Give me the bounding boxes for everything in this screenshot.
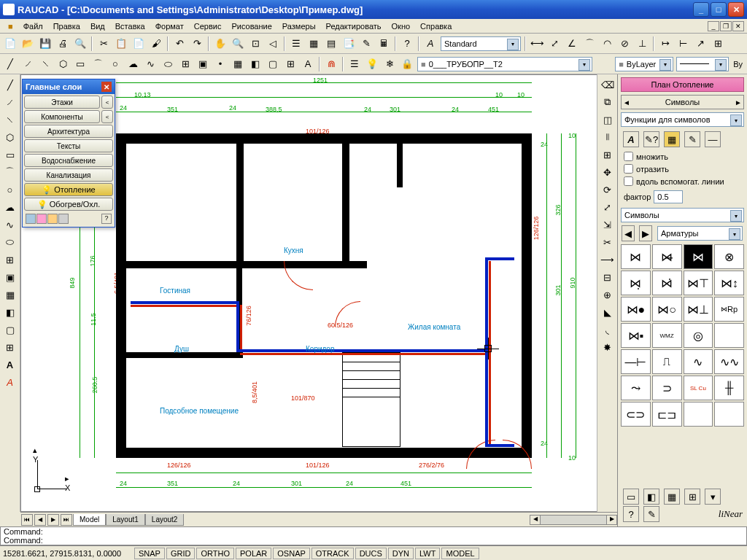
copy-obj-icon[interactable]: ⧉ bbox=[600, 94, 616, 110]
gradient-tool-icon[interactable]: ◧ bbox=[2, 304, 18, 320]
tab-first[interactable]: ⏮ bbox=[21, 514, 33, 526]
rp-btn1[interactable]: ▭ bbox=[623, 489, 639, 505]
tool-palettes-icon[interactable]: ▤ bbox=[323, 36, 339, 52]
command-line[interactable]: Command: Command: bbox=[0, 526, 747, 545]
dyn-toggle[interactable]: DYN bbox=[388, 548, 414, 559]
plan-heading[interactable]: План Отопление bbox=[621, 77, 744, 92]
symbol-valve11[interactable]: ⋈⊥ bbox=[684, 297, 713, 322]
layer-sewer[interactable]: Канализация bbox=[24, 168, 113, 182]
revcloud-icon[interactable]: ☁ bbox=[125, 56, 141, 72]
dim-aligned-icon[interactable]: ⤢ bbox=[546, 36, 562, 52]
layer-architecture[interactable]: Архитектура bbox=[24, 125, 113, 138]
rp-btn7[interactable]: ✎ bbox=[643, 506, 659, 522]
rp-btn4[interactable]: ⊞ bbox=[684, 489, 700, 505]
snap-toggle[interactable]: SNAP bbox=[134, 548, 165, 559]
zoom-prev-icon[interactable]: ◁ bbox=[265, 36, 281, 52]
symbol-valve8[interactable]: ⋈↕ bbox=[714, 271, 744, 295]
dim-linear-icon[interactable]: ⟷ bbox=[529, 36, 545, 52]
pline-icon[interactable]: ⟍ bbox=[37, 56, 53, 72]
menu-insert[interactable]: Вставка bbox=[110, 20, 150, 32]
hscrollbar[interactable]: ◀ ▶ bbox=[530, 515, 617, 525]
magnet-icon[interactable]: ⋒ bbox=[323, 56, 339, 72]
layer-combo[interactable]: ■0___ТРУБОПР__Т2 bbox=[417, 57, 592, 71]
markup-icon[interactable]: ✎ bbox=[358, 36, 374, 52]
layer-on-icon[interactable]: 💡 bbox=[364, 56, 380, 72]
doc-minimize[interactable]: _ bbox=[708, 21, 719, 31]
polygon-icon[interactable]: ⬡ bbox=[55, 56, 71, 72]
menu-view[interactable]: Вид bbox=[85, 20, 110, 32]
tab-model[interactable]: Model bbox=[73, 514, 106, 526]
tab-prev[interactable]: ◀ bbox=[34, 514, 46, 526]
minimize-button[interactable]: _ bbox=[693, 2, 709, 17]
break-icon[interactable]: ⊟ bbox=[600, 269, 616, 285]
model-toggle[interactable]: MODEL bbox=[441, 548, 479, 559]
rp-btn3[interactable]: ▦ bbox=[664, 489, 680, 505]
layer-freeze-icon[interactable]: ❄ bbox=[382, 56, 398, 72]
menu-modify[interactable]: Редактировать bbox=[321, 20, 387, 32]
palette-close-icon[interactable]: ✕ bbox=[101, 82, 112, 92]
spline-tool-icon[interactable]: ∿ bbox=[2, 217, 18, 233]
cat-prev[interactable]: ◀ bbox=[622, 225, 635, 241]
doc-close[interactable]: ✕ bbox=[732, 21, 744, 31]
symbol-blank1[interactable] bbox=[714, 323, 744, 348]
open-icon[interactable]: 📂 bbox=[20, 36, 36, 52]
symbol-wave2[interactable]: ∿∿ bbox=[714, 349, 744, 374]
save-icon[interactable]: 💾 bbox=[37, 36, 53, 52]
insert-icon[interactable]: ⊞ bbox=[177, 56, 193, 72]
dim-arc-icon[interactable]: ⌒ bbox=[581, 36, 597, 52]
zoom-rt-icon[interactable]: 🔍 bbox=[230, 36, 246, 52]
match-icon[interactable]: 🖌 bbox=[148, 36, 164, 52]
line-tool-icon[interactable]: ╱ bbox=[2, 77, 18, 93]
xline-icon[interactable]: ⟋ bbox=[20, 56, 36, 72]
symbol-slcu[interactable]: SL Cu bbox=[684, 376, 713, 400]
symbol-valve7[interactable]: ⋈⊤ bbox=[684, 271, 713, 295]
cut-icon[interactable]: ✂ bbox=[96, 36, 112, 52]
menu-draw[interactable]: Рисование bbox=[226, 20, 276, 32]
linetype-combo[interactable] bbox=[676, 57, 729, 71]
print-icon[interactable]: 🖨 bbox=[55, 36, 71, 52]
mirror-checkbox[interactable]: отразить bbox=[624, 164, 741, 174]
block-tool-icon[interactable]: ▣ bbox=[2, 269, 18, 285]
lwt-toggle[interactable]: LWT bbox=[415, 548, 440, 559]
explode-icon[interactable]: ✸ bbox=[600, 339, 616, 355]
trim-icon[interactable]: ✂ bbox=[600, 234, 616, 250]
help-icon[interactable]: ? bbox=[399, 36, 415, 52]
hatch-icon[interactable]: ▦ bbox=[230, 56, 246, 72]
mtext-icon[interactable]: A bbox=[300, 56, 316, 72]
rect-tool-icon[interactable]: ▭ bbox=[2, 147, 18, 163]
tab-layout2[interactable]: Layout2 bbox=[145, 514, 185, 526]
redo-icon[interactable]: ↷ bbox=[189, 36, 205, 52]
tolerance-icon[interactable]: ⊞ bbox=[710, 36, 726, 52]
menu-help[interactable]: Справка bbox=[415, 20, 457, 32]
paste-icon[interactable]: 📄 bbox=[131, 36, 147, 52]
rp-btn6[interactable]: ? bbox=[623, 506, 639, 522]
close-button[interactable]: ✕ bbox=[728, 2, 744, 17]
symbol-valve12[interactable]: ⋈Rp bbox=[714, 297, 744, 322]
symbol-valve3[interactable]: ⋈ bbox=[684, 244, 713, 269]
symbol-blank3[interactable]: ⊏⊐ bbox=[652, 402, 682, 427]
functions-combo[interactable]: Функции для символов bbox=[621, 112, 744, 127]
dim-continue-icon[interactable]: ↦ bbox=[657, 36, 673, 52]
array-icon[interactable]: ⊞ bbox=[600, 147, 616, 163]
symbol-wave[interactable]: ∿ bbox=[684, 349, 713, 374]
dim-diameter-icon[interactable]: ⊘ bbox=[616, 36, 632, 52]
alongline-checkbox[interactable]: вдоль вспомогат. линии bbox=[624, 176, 741, 186]
polygon-tool-icon[interactable]: ⬡ bbox=[2, 129, 18, 145]
mtext-tool2-icon[interactable]: A bbox=[2, 374, 18, 390]
offset-icon[interactable]: ⫴ bbox=[600, 129, 616, 145]
new-icon[interactable]: 📄 bbox=[2, 36, 18, 52]
layer-floors-aux[interactable]: < bbox=[101, 96, 113, 109]
preview-icon[interactable]: 🔍 bbox=[72, 36, 88, 52]
block-icon[interactable]: ▣ bbox=[195, 56, 211, 72]
symbol-valve2[interactable]: ⋈̶ bbox=[652, 244, 682, 269]
symbols2-combo[interactable]: Символы bbox=[621, 208, 744, 222]
factor-input[interactable] bbox=[654, 190, 683, 203]
polar-toggle[interactable]: POLAR bbox=[236, 548, 271, 559]
layer-components[interactable]: Компоненты bbox=[24, 110, 100, 123]
layer-hvac[interactable]: 💡Обогрев/Охл. bbox=[24, 198, 113, 211]
symbol-arrow[interactable]: ⤳ bbox=[621, 376, 651, 400]
textstyle-combo[interactable]: Standard bbox=[441, 36, 521, 51]
osnap-toggle[interactable]: OSNAP bbox=[273, 548, 310, 559]
layer-texts[interactable]: Тексты bbox=[24, 139, 113, 152]
move-icon[interactable]: ✥ bbox=[600, 164, 616, 180]
